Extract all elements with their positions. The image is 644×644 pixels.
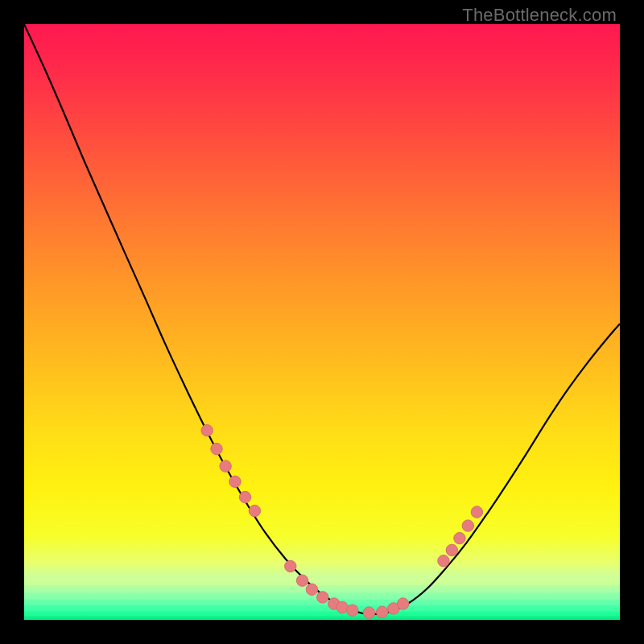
highlight-dot: [296, 575, 308, 586]
highlight-dot: [462, 520, 473, 531]
highlight-dot: [454, 532, 465, 543]
highlight-dot: [363, 607, 374, 618]
highlight-dot: [397, 598, 408, 609]
highlight-dot: [446, 544, 457, 555]
highlight-dot: [239, 491, 250, 502]
highlight-dot: [201, 424, 213, 436]
bottleneck-curve: [24, 24, 620, 614]
highlight-dots: [201, 424, 483, 618]
outer-frame: TheBottleneck.com: [0, 0, 644, 644]
plot-area: [24, 24, 620, 620]
highlight-dot: [438, 555, 449, 567]
highlight-dot: [347, 605, 358, 616]
highlight-dot: [471, 506, 482, 518]
highlight-dot: [220, 460, 231, 472]
highlight-dot: [317, 592, 328, 603]
chart-svg: [24, 24, 620, 620]
highlight-dot: [249, 505, 260, 516]
highlight-dot: [306, 584, 317, 595]
watermark-text: TheBottleneck.com: [462, 5, 617, 26]
highlight-dot: [285, 560, 296, 572]
highlight-dot: [377, 606, 388, 617]
highlight-dot: [229, 476, 241, 487]
highlight-dot: [211, 443, 222, 454]
